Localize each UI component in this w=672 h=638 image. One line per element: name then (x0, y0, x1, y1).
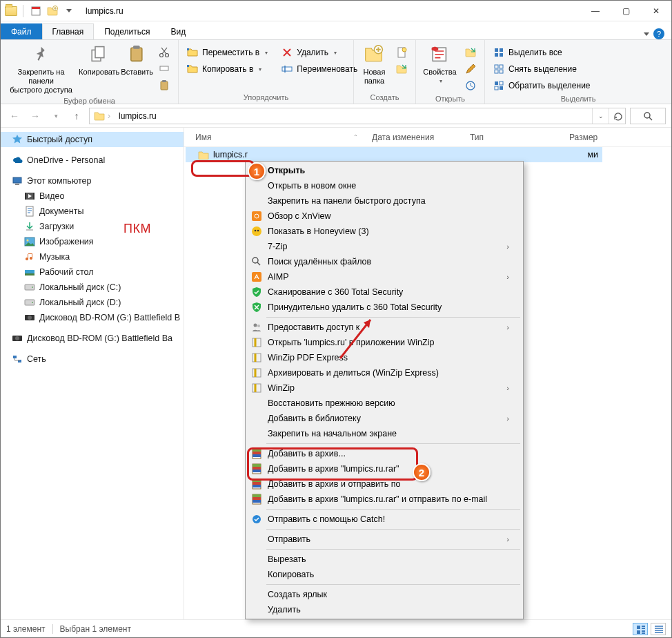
ctx-find-deleted[interactable]: Поиск удалённых файлов (247, 254, 522, 269)
pin-label: Закрепить на панели быстрого доступа (5, 68, 77, 95)
ctx-force360[interactable]: Принудительно удалить с 360 Total Securi… (247, 300, 522, 315)
history-button[interactable] (461, 78, 480, 93)
tab-view[interactable]: Вид (160, 23, 196, 39)
ctx-cut[interactable]: Вырезать (247, 552, 522, 567)
rename-button[interactable]: Переименовать (277, 61, 362, 77)
svg-rect-55 (160, 66, 168, 70)
ctx-aimp[interactable]: AIMP› (247, 269, 522, 284)
nav-videos[interactable]: Видео (1, 188, 184, 204)
close-button[interactable]: ✕ (641, 1, 671, 21)
nav-thispc[interactable]: Этот компьютер (1, 173, 184, 188)
group-open-label: Открыть (416, 93, 484, 105)
qat-newfolder[interactable] (46, 4, 59, 18)
view-large-button[interactable] (651, 623, 666, 635)
file-row-folder[interactable]: lumpics.r ми (186, 147, 602, 162)
ctx-winzip-pdf[interactable]: WinZip PDF Express (247, 350, 522, 365)
cut-button[interactable] (155, 45, 174, 60)
tab-share[interactable]: Поделиться (94, 23, 160, 39)
context-menu: Открыть Открыть в новом окне Закрепить н… (245, 161, 524, 619)
view-details-button[interactable] (633, 623, 648, 635)
ctx-7zip[interactable]: 7-Zip› (247, 239, 522, 254)
ribbon-collapse[interactable] (644, 32, 649, 36)
nav-onedrive[interactable]: OneDrive - Personal (1, 153, 184, 168)
ctx-send[interactable]: Отправить› (247, 532, 522, 547)
address-dropdown[interactable]: ⌄ (592, 108, 609, 124)
selectall-button[interactable]: Выделить все (489, 45, 595, 60)
qat-props[interactable] (29, 4, 43, 18)
group-clipboard-label: Буфер обмена (1, 95, 178, 107)
nav-network[interactable]: Сеть (1, 351, 184, 367)
ctx-restore[interactable]: Восстановить прежнюю версию (247, 396, 522, 411)
ctx-pin-start[interactable]: Закрепить на начальном экране (247, 426, 522, 441)
ctx-add-archive-named[interactable]: Добавить в архив "lumpics.ru.rar" (247, 461, 522, 476)
tab-file[interactable]: Файл (1, 23, 42, 39)
minimize-button[interactable]: — (580, 1, 611, 21)
nav-history[interactable]: ▾ (48, 108, 64, 124)
properties-button[interactable]: Свойства ▾ (420, 43, 459, 85)
ctx-grant-access[interactable]: Предоставить доступ к› (247, 320, 522, 335)
nav-music[interactable]: Музыка (1, 249, 184, 264)
nav-bd-2[interactable]: Дисковод BD-ROM (G:) Battlefield Ba (1, 331, 184, 346)
tab-home[interactable]: Главная (42, 23, 95, 39)
nav-disk-c[interactable]: Локальный диск (C:) (1, 280, 184, 295)
ctx-winzip-express[interactable]: Архивировать и делиться (WinZip Express) (247, 365, 522, 380)
edit-button[interactable] (461, 61, 480, 77)
ctx-xnview[interactable]: Обзор с XnView (247, 209, 522, 224)
moveto-button[interactable]: Переместить в▾ (183, 45, 272, 60)
copy-button[interactable]: Копировать (79, 43, 119, 77)
ctx-pin-qa[interactable]: Закрепить на панели быстрого доступа (247, 193, 522, 209)
open-button[interactable] (461, 45, 480, 60)
annotation-marker-2: 2 (413, 463, 431, 481)
refresh-button[interactable] (609, 108, 625, 124)
newfolder-button[interactable]: Новая папка (358, 43, 391, 86)
address-input[interactable]: › lumpics.ru ⌄ (89, 108, 626, 124)
nav-quickaccess[interactable]: Быстрый доступ (1, 132, 184, 147)
ctx-honeyview[interactable]: Показать в Honeyview (3) (247, 224, 522, 239)
nav-disk-d[interactable]: Локальный диск (D:) (1, 295, 184, 310)
copypath-button[interactable] (155, 61, 174, 77)
nav-forward[interactable]: → (27, 108, 43, 124)
ctx-copy[interactable]: Копировать (247, 567, 522, 582)
paste-button[interactable]: Вставить (121, 43, 153, 77)
nav-back[interactable]: ← (6, 108, 23, 124)
copyto-button[interactable]: Копировать в▾ (183, 61, 272, 77)
ctx-delete[interactable]: Удалить (247, 602, 522, 617)
ctx-add-send-named[interactable]: Добавить в архив "lumpics.ru.rar" и отпр… (247, 492, 522, 507)
qat-dropdown[interactable] (62, 4, 76, 18)
ctx-open[interactable]: Открыть (247, 163, 522, 178)
col-date[interactable]: Дата изменения (372, 133, 434, 142)
invert-button[interactable]: Обратить выделение (489, 78, 595, 93)
ctx-add-archive[interactable]: Добавить в архив... (247, 446, 522, 461)
ctx-catch[interactable]: Отправить с помощью Catch! (247, 512, 522, 527)
paste-shortcut-button[interactable] (155, 78, 174, 93)
ctx-scan360[interactable]: Сканирование с 360 Total Security (247, 284, 522, 300)
nav-downloads[interactable]: Загрузки (1, 219, 184, 234)
help-button[interactable]: ? (653, 28, 664, 39)
delete-button[interactable]: Удалить▾ (277, 45, 362, 60)
nav-desktop[interactable]: Рабочий стол (1, 264, 184, 280)
search-input[interactable] (630, 108, 666, 124)
nav-up[interactable]: ↑ (68, 108, 85, 124)
maximize-button[interactable]: ▢ (611, 1, 641, 21)
col-type[interactable]: Тип (470, 133, 484, 142)
col-name[interactable]: Имя (195, 133, 211, 142)
status-count: 1 элемент (6, 624, 46, 634)
ctx-add-send[interactable]: Добавить в архив и отправить по (247, 476, 522, 492)
nav-documents[interactable]: Документы (1, 204, 184, 219)
selectnone-button[interactable]: Снять выделение (489, 61, 595, 77)
svg-rect-54 (32, 7, 40, 9)
ctx-add-library[interactable]: Добавить в библиотеку› (247, 411, 522, 426)
col-size[interactable]: Размер (569, 133, 597, 142)
easyaccess-button[interactable] (392, 61, 411, 77)
ctx-open-new[interactable]: Открыть в новом окне (247, 178, 522, 193)
nav-bd-1[interactable]: Дисковод BD-ROM (G:) Battlefield B (1, 310, 184, 325)
nav-pictures[interactable]: Изображения (1, 234, 184, 249)
newitem-button[interactable] (392, 45, 411, 60)
ctx-winzip[interactable]: WinZip› (247, 380, 522, 396)
column-headers[interactable]: Имя⌃ Дата изменения Тип Размер (184, 128, 671, 147)
group-organize-label: Упорядочить (179, 92, 353, 104)
newfolder-label: Новая папка (364, 68, 386, 86)
ctx-shortcut[interactable]: Создать ярлык (247, 587, 522, 602)
pin-quickaccess-button[interactable]: Закрепить на панели быстрого доступа (5, 43, 77, 95)
ctx-open-winzip[interactable]: Открыть 'lumpics.ru' в приложении WinZip (247, 335, 522, 350)
